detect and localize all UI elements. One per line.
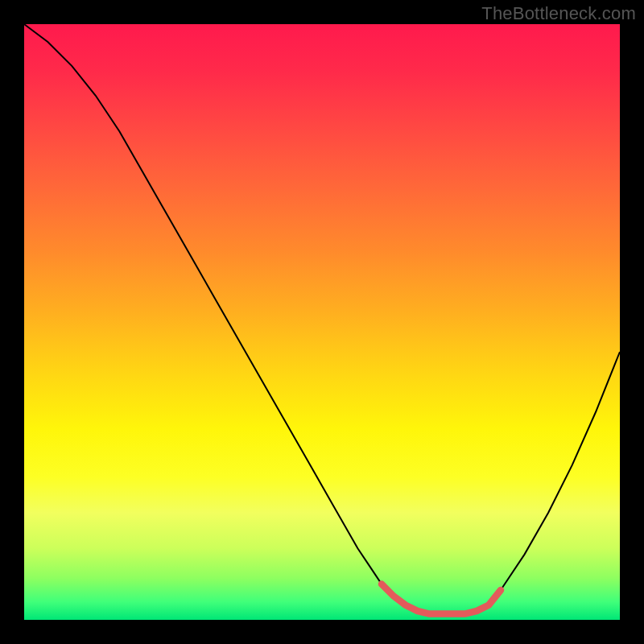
chart-svg <box>24 24 620 620</box>
optimal-range-highlight <box>382 584 501 614</box>
chart-gradient-area <box>24 24 620 620</box>
watermark-text: TheBottleneck.com <box>481 3 636 24</box>
bottleneck-curve <box>24 24 620 614</box>
